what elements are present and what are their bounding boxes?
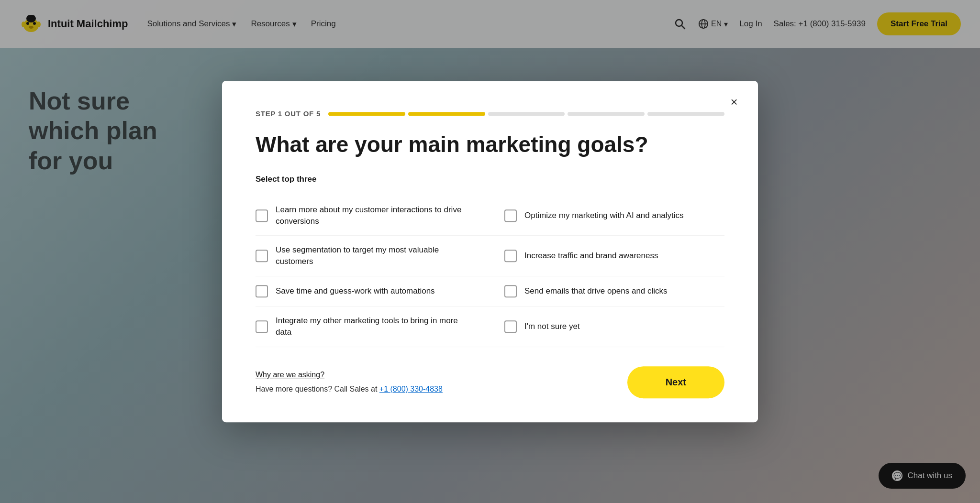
checkbox-8[interactable] bbox=[504, 320, 517, 333]
option-text-5: Save time and guess-work with automation… bbox=[276, 285, 435, 297]
option-row-7: Integrate my other marketing tools to br… bbox=[256, 306, 490, 347]
checkbox-5[interactable] bbox=[256, 285, 268, 297]
option-row-2: Optimize my marketing with AI and analyt… bbox=[490, 196, 724, 236]
footer-left: Why are we asking? Have more questions? … bbox=[256, 371, 443, 394]
modal-title: What are your main marketing goals? bbox=[256, 132, 724, 157]
progress-segment-2 bbox=[408, 112, 485, 116]
why-asking-link[interactable]: Why are we asking? bbox=[256, 371, 443, 379]
option-text-2: Optimize my marketing with AI and analyt… bbox=[524, 210, 684, 221]
option-row-1: Learn more about my customer interaction… bbox=[256, 196, 490, 236]
option-row-5: Save time and guess-work with automation… bbox=[256, 276, 490, 306]
option-row-3: Use segmentation to target my most valua… bbox=[256, 236, 490, 277]
option-text-3: Use segmentation to target my most valua… bbox=[276, 245, 466, 268]
checkbox-2[interactable] bbox=[504, 209, 517, 222]
option-text-4: Increase traffic and brand awareness bbox=[524, 251, 658, 262]
option-row-6: Send emails that drive opens and clicks bbox=[490, 276, 724, 306]
progress-segment-4 bbox=[568, 112, 645, 116]
step-indicator: STEP 1 OUT OF 5 bbox=[256, 109, 724, 118]
next-button[interactable]: Next bbox=[627, 366, 724, 398]
progress-segment-3 bbox=[488, 112, 565, 116]
progress-bar bbox=[328, 112, 724, 116]
select-label: Select top three bbox=[256, 175, 724, 184]
checkbox-7[interactable] bbox=[256, 320, 268, 333]
sales-phone-link[interactable]: +1 (800) 330-4838 bbox=[379, 385, 443, 393]
close-button[interactable]: × bbox=[724, 92, 744, 111]
goals-modal: × STEP 1 OUT OF 5 What are your main mar… bbox=[222, 81, 758, 422]
option-text-6: Send emails that drive opens and clicks bbox=[524, 285, 668, 297]
option-row-4: Increase traffic and brand awareness bbox=[490, 236, 724, 277]
footer-contact: Have more questions? Call Sales at +1 (8… bbox=[256, 385, 443, 394]
checkbox-1[interactable] bbox=[256, 209, 268, 222]
step-label: STEP 1 OUT OF 5 bbox=[256, 109, 321, 118]
options-grid: Learn more about my customer interaction… bbox=[256, 196, 724, 347]
option-row-8: I'm not sure yet bbox=[490, 306, 724, 347]
option-text-7: Integrate my other marketing tools to br… bbox=[276, 315, 466, 338]
progress-segment-5 bbox=[647, 112, 724, 116]
modal-footer: Why are we asking? Have more questions? … bbox=[256, 366, 724, 398]
checkbox-4[interactable] bbox=[504, 250, 517, 262]
option-text-1: Learn more about my customer interaction… bbox=[276, 204, 466, 227]
checkbox-3[interactable] bbox=[256, 250, 268, 262]
progress-segment-1 bbox=[328, 112, 405, 116]
checkbox-6[interactable] bbox=[504, 285, 517, 297]
option-text-8: I'm not sure yet bbox=[524, 321, 580, 332]
